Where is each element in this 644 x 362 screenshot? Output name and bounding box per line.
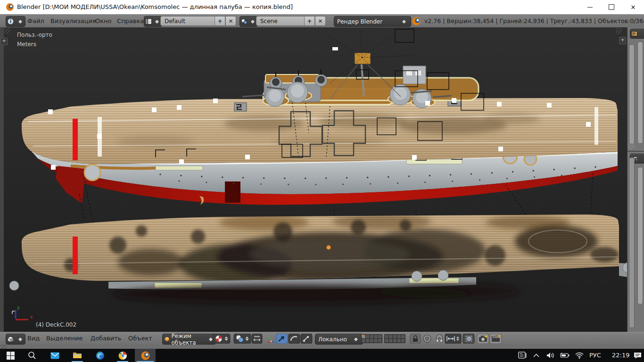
clock[interactable]: 22:19: [612, 349, 629, 362]
plus-icon: +: [307, 18, 312, 25]
active-layer-dot: [362, 335, 363, 337]
screen-layout-add-button[interactable]: +: [215, 16, 225, 26]
screen-layout-icon: [145, 18, 152, 25]
notification-icon: [634, 352, 642, 359]
manipulator-rotate-button[interactable]: [289, 334, 300, 344]
manipulator-axes-icon[interactable]: [268, 336, 274, 343]
menu-help[interactable]: Справка: [117, 15, 144, 28]
view3d-editor-icon: [7, 336, 14, 343]
menu-view[interactable]: Вид: [27, 332, 40, 345]
wifi-icon: [575, 352, 584, 359]
layers-widget[interactable]: [361, 334, 405, 343]
outliner-scrollbar[interactable]: [629, 44, 635, 144]
scene-delete-button[interactable]: ✕: [315, 16, 326, 26]
mail-icon: [50, 352, 59, 359]
tray-chevron-button[interactable]: [529, 349, 543, 362]
menu-object[interactable]: Объект: [128, 332, 152, 345]
taskbar-edge-button[interactable]: [90, 349, 110, 362]
blender-logo-icon: [411, 16, 421, 26]
lock-to-scene-button[interactable]: [410, 334, 421, 344]
properties-scrollbar[interactable]: [637, 41, 643, 144]
screen-layout-field[interactable]: Default: [160, 16, 218, 26]
scene-add-button[interactable]: +: [304, 16, 315, 26]
tray-wifi-button[interactable]: [572, 349, 586, 362]
opengl-render-image-button[interactable]: [477, 334, 489, 344]
ship-flight-deck[interactable]: [22, 97, 618, 164]
blender-app-icon: [6, 3, 14, 11]
properties-scrollbar-2[interactable]: [637, 167, 643, 304]
center-points-button[interactable]: [252, 334, 262, 344]
screen-layout-value: Default: [165, 18, 185, 25]
outliner-scrollbar-2[interactable]: [629, 157, 635, 328]
info-header: i Файл Визуализация Окно Справка Default…: [0, 14, 644, 28]
snap-target-button[interactable]: [463, 334, 474, 344]
render-preview-button[interactable]: [423, 335, 431, 343]
taskbar-explorer-button[interactable]: [67, 349, 88, 362]
close-icon: ✕: [318, 18, 322, 25]
taskbar-chrome-button[interactable]: [112, 349, 133, 362]
info-editor-icon: i: [7, 18, 14, 25]
menu-window[interactable]: Окно: [95, 15, 112, 28]
viewport-left-edge: [0, 27, 4, 349]
orientation-value: Локально: [318, 336, 347, 343]
scene-value: Scene: [260, 18, 278, 25]
windows-start-icon: [7, 352, 15, 360]
right-panel-divider: [627, 151, 644, 152]
scene-render[interactable]: y x: [4, 27, 627, 345]
transform-orientation-dropdown[interactable]: Локально: [315, 334, 363, 345]
tray-battery-button[interactable]: [557, 349, 572, 362]
scene-field[interactable]: Scene: [256, 16, 308, 26]
svg-text:i: i: [10, 19, 11, 24]
taskbar-search-button[interactable]: [22, 349, 42, 362]
viewport-shading-dropdown[interactable]: [213, 334, 230, 344]
view3d-header: Вид Выделение Добавить Объект Режим объе…: [0, 332, 644, 346]
tray-volume-button[interactable]: [543, 349, 557, 362]
scene-statistics: v2.76 | Вершин:38,454 | Граней:24,936 | …: [424, 15, 644, 28]
editor-type-button-outliner[interactable]: [630, 29, 644, 39]
right-panel-grip[interactable]: [628, 143, 635, 149]
start-button[interactable]: [0, 349, 21, 362]
outliner-editor-icon: [631, 31, 637, 36]
taskbar-blender-button[interactable]: [135, 349, 156, 362]
snap-magnet-button[interactable]: [437, 335, 442, 342]
window-titlebar[interactable]: Blender [D:\МОИ МОДЕЛИ\USSA\Okean\Komsom…: [0, 0, 644, 15]
right-panel-column: [627, 27, 644, 349]
mini-axis-gizmo: y x: [12, 305, 33, 320]
opengl-render-anim-button[interactable]: [490, 334, 502, 344]
close-icon: ✕: [228, 18, 233, 25]
render-engine-dropdown[interactable]: Рендер Blender: [334, 16, 411, 27]
screen-layout-icon-button[interactable]: [144, 16, 162, 27]
screen-layout-delete-button[interactable]: ✕: [225, 16, 236, 26]
close-button[interactable]: ✕: [622, 0, 644, 14]
ship-damaged-deck[interactable]: [9, 214, 627, 304]
corner-grip: [1, 345, 7, 349]
snap-element-dropdown[interactable]: [445, 334, 461, 344]
manipulator-scale-button[interactable]: [301, 334, 312, 344]
manipulator-translate-button[interactable]: [276, 334, 288, 344]
editor-type-button-3dview[interactable]: [6, 334, 25, 345]
menu-add[interactable]: Добавить: [91, 332, 121, 345]
scene-icon-button[interactable]: [239, 16, 258, 27]
speaker-icon: [546, 352, 554, 359]
pivot-point-dropdown[interactable]: [234, 334, 251, 344]
plus-icon: +: [217, 18, 222, 25]
battery-charging-icon: [560, 353, 570, 358]
taskbar-mail-button[interactable]: [44, 349, 65, 362]
search-icon: [28, 351, 36, 360]
editor-type-button-info[interactable]: i: [6, 16, 25, 27]
action-center-button[interactable]: [631, 349, 644, 362]
language-indicator[interactable]: РУС: [589, 349, 601, 362]
chevron-up-icon: [533, 354, 539, 357]
minimize-button[interactable]: [579, 0, 601, 14]
menu-select[interactable]: Выделение: [46, 332, 83, 345]
chrome-icon: [118, 351, 127, 360]
editor-type-arrows: [18, 337, 23, 342]
editor-type-arrows: [18, 19, 23, 25]
file-explorer-icon: [73, 352, 82, 359]
menu-render[interactable]: Визуализация: [50, 15, 96, 28]
render-engine-arrows: [402, 19, 406, 25]
mode-dropdown[interactable]: Режим объекта: [162, 334, 216, 345]
maximize-button[interactable]: [601, 0, 622, 14]
news-widgets-icon: [518, 352, 527, 359]
menu-file[interactable]: Файл: [27, 15, 44, 28]
